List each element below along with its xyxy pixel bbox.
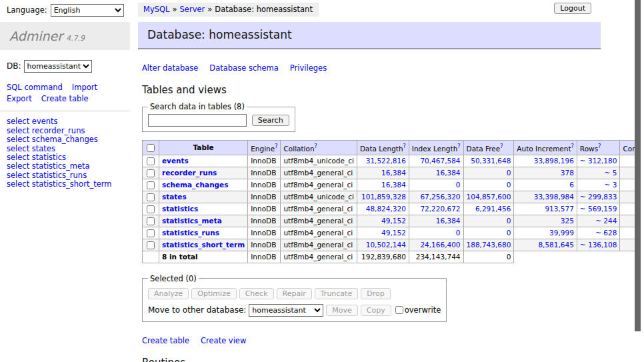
drop-button[interactable]: Drop: [361, 288, 390, 299]
column-help-link-data-free[interactable]: ?: [500, 143, 503, 149]
cell-link-data-free[interactable]: 0: [507, 181, 511, 189]
column-help-link-collation[interactable]: ?: [315, 143, 317, 149]
cell-link-data-free[interactable]: 0: [507, 229, 511, 237]
column-help-link-data-length[interactable]: ?: [403, 143, 406, 149]
language-select[interactable]: English: [51, 4, 124, 17]
search-input[interactable]: [148, 114, 247, 127]
table-name-link-events[interactable]: events: [162, 157, 189, 165]
cell-link-data-length[interactable]: 49,152: [381, 229, 406, 237]
cell-link-index-length[interactable]: 24,166,400: [420, 241, 460, 249]
table-name-link-schema-changes[interactable]: schema_changes: [162, 181, 229, 189]
cell-link-rows[interactable]: ~ 299,833: [580, 193, 617, 201]
cell-link-index-length[interactable]: 16,384: [436, 169, 461, 177]
db-action-link-alter-database[interactable]: Alter database: [142, 63, 198, 73]
scrollbar[interactable]: [635, 0, 644, 362]
cell-link-auto-increment[interactable]: 6: [569, 181, 574, 189]
sidebar-item-select-statistics-short-term[interactable]: select statistics_short_term: [7, 180, 130, 189]
column-help-link-index-length[interactable]: ?: [457, 143, 460, 149]
db-select[interactable]: homeassistant: [24, 60, 92, 73]
cell-link-auto-increment[interactable]: 33,398,984: [534, 193, 574, 201]
cell-link-auto-increment[interactable]: 8,581,645: [538, 241, 573, 249]
cell-link-data-length[interactable]: 16,384: [381, 169, 406, 177]
db-action-link-database-schema[interactable]: Database schema: [209, 63, 278, 73]
sidebar-link-import[interactable]: Import: [72, 83, 97, 92]
select-all-checkbox[interactable]: [147, 144, 155, 152]
check-button[interactable]: Check: [239, 288, 274, 299]
cell-link-data-length[interactable]: 101,859,328: [361, 193, 406, 201]
table-name-link-statistics-meta[interactable]: statistics_meta: [162, 217, 222, 225]
table-name-link-statistics-short-term[interactable]: statistics_short_term: [162, 241, 245, 249]
cell-link-data-free[interactable]: 188,743,680: [467, 241, 511, 249]
cell-link-data-free[interactable]: 0: [507, 169, 511, 177]
row-checkbox[interactable]: [147, 169, 155, 177]
row-checkbox[interactable]: [147, 193, 155, 201]
cell-link-index-length[interactable]: 16,384: [436, 217, 461, 225]
sidebar-item-select-statistics-runs[interactable]: select statistics_runs: [7, 171, 130, 180]
cell-link-data-free[interactable]: 104,857,600: [467, 193, 511, 201]
copy-button[interactable]: Copy: [361, 305, 391, 316]
create-link-create-table[interactable]: Create table: [142, 336, 189, 345]
move-button[interactable]: Move: [326, 305, 358, 316]
cell-link-index-length[interactable]: 0: [456, 181, 461, 189]
cell-link-rows[interactable]: ~ 569,159: [580, 205, 617, 213]
cell-link-rows[interactable]: ~ 628: [595, 229, 617, 237]
repair-button[interactable]: Repair: [277, 288, 312, 299]
sidebar-item-select-events[interactable]: select events: [7, 117, 130, 126]
cell-link-rows[interactable]: ~ 244: [595, 217, 617, 225]
cell-link-auto-increment[interactable]: 33,898,196: [534, 157, 574, 165]
sidebar-item-select-recorder-runs[interactable]: select recorder_runs: [7, 127, 130, 135]
search-button[interactable]: Search: [252, 115, 289, 126]
cell-link-data-free[interactable]: 6,291,456: [475, 205, 511, 213]
table-name-link-statistics[interactable]: statistics: [162, 205, 198, 213]
cell-link-auto-increment[interactable]: 378: [561, 169, 574, 177]
cell-link-rows[interactable]: ~ 312,180: [580, 157, 617, 165]
breadcrumb-link-server[interactable]: Server: [180, 5, 205, 14]
cell-link-index-length[interactable]: 67,256,320: [420, 193, 460, 201]
cell-link-auto-increment[interactable]: 39,999: [549, 229, 574, 237]
cell-link-rows[interactable]: ~ 5: [605, 169, 617, 177]
row-checkbox[interactable]: [147, 181, 155, 189]
truncate-button[interactable]: Truncate: [315, 288, 358, 299]
row-checkbox[interactable]: [147, 205, 155, 213]
cell-link-index-length[interactable]: 72,220,672: [420, 205, 460, 213]
cell-link-data-free[interactable]: 50,331,648: [471, 157, 511, 165]
scrollbar-thumb[interactable]: [635, 0, 641, 331]
sidebar-link-sql-command[interactable]: SQL command: [7, 83, 63, 92]
breadcrumb-link-mysql[interactable]: MySQL: [143, 5, 170, 14]
row-checkbox[interactable]: [147, 229, 155, 237]
cell-link-data-length[interactable]: 10,502,144: [366, 241, 406, 249]
overwrite-checkbox[interactable]: [395, 306, 403, 314]
cell-link-index-length[interactable]: 70,467,584: [420, 157, 460, 165]
cell-link-data-free[interactable]: 0: [507, 217, 511, 225]
table-name-link-recorder-runs[interactable]: recorder_runs: [162, 169, 217, 177]
cell-link-index-length[interactable]: 0: [456, 229, 461, 237]
sidebar-link-create-table[interactable]: Create table: [41, 94, 89, 103]
cell-link-rows[interactable]: ~ 3: [605, 181, 617, 189]
sidebar-link-export[interactable]: Export: [7, 94, 32, 103]
table-name-link-states[interactable]: states: [162, 193, 187, 201]
cell-link-auto-increment[interactable]: 325: [561, 217, 574, 225]
row-checkbox[interactable]: [147, 241, 155, 249]
cell-link-data-length[interactable]: 48,824,320: [366, 205, 406, 213]
optimize-button[interactable]: Optimize: [191, 288, 236, 299]
cell-link-data-length[interactable]: 16,384: [381, 181, 406, 189]
row-checkbox[interactable]: [147, 157, 155, 165]
sidebar-item-select-statistics-meta[interactable]: select statistics_meta: [7, 162, 130, 171]
column-help-link-rows[interactable]: ?: [598, 143, 601, 149]
sidebar-item-select-states[interactable]: select states: [7, 145, 130, 153]
cell-link-data-length[interactable]: 31,522,816: [366, 157, 406, 165]
cell-link-auto-increment[interactable]: 913,577: [545, 205, 573, 213]
column-help-link-engine[interactable]: ?: [275, 143, 277, 149]
move-db-select[interactable]: homeassistant: [249, 304, 323, 317]
cell-link-rows[interactable]: ~ 136,108: [580, 241, 617, 249]
create-link-create-view[interactable]: Create view: [201, 336, 246, 345]
sidebar-item-select-schema-changes[interactable]: select schema_changes: [7, 135, 130, 144]
logout-button[interactable]: Logout: [554, 3, 591, 14]
db-action-link-privileges[interactable]: Privileges: [290, 63, 327, 73]
analyze-button[interactable]: Analyze: [148, 288, 189, 299]
cell-link-data-length[interactable]: 49,152: [381, 217, 406, 225]
sidebar-item-select-statistics[interactable]: select statistics: [7, 153, 130, 162]
column-help-link-auto-increment[interactable]: ?: [571, 143, 574, 149]
table-name-link-statistics-runs[interactable]: statistics_runs: [162, 229, 219, 237]
row-checkbox[interactable]: [147, 217, 155, 225]
